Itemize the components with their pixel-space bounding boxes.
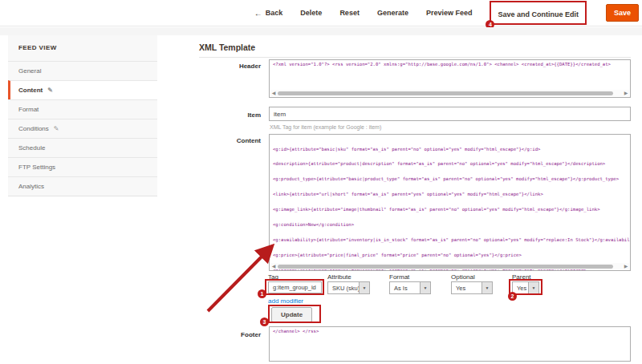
chevron-down-icon[interactable]: ▼: [482, 282, 492, 293]
chevron-down-icon[interactable]: ▼: [359, 282, 369, 293]
feed-view-sidebar: FEED VIEW General Content ✎ Format Condi…: [8, 35, 157, 196]
annotation-step-1: 1: [258, 289, 266, 298]
sidebar-item-label: Format: [18, 106, 39, 113]
attribute-select-value: SKU (sku): [328, 282, 359, 293]
toolbar-divider-strip: [0, 27, 642, 35]
reset-button[interactable]: Reset: [339, 9, 360, 17]
scrollbar-thumb[interactable]: [278, 91, 613, 95]
format-select-value: As Is: [390, 282, 420, 293]
feed-xml-template-page: ← Back Delete Reset Generate Preview Fee…: [0, 0, 642, 364]
parent-column-label: Parent: [512, 273, 531, 281]
scrollbar-track: [277, 91, 623, 95]
content-code-text: <g:id>{attribute="basic|sku" format="as_…: [270, 135, 630, 271]
update-button[interactable]: Update: [271, 307, 312, 322]
sidebar-item-format[interactable]: Format: [8, 99, 157, 119]
scroll-right-icon[interactable]: ▶: [623, 90, 629, 96]
footer-field-label: Footer: [189, 331, 261, 338]
top-toolbar: ← Back Delete Reset Generate Preview Fee…: [0, 0, 642, 26]
sidebar-item-general[interactable]: General: [8, 61, 157, 80]
scrollbar-thumb[interactable]: [278, 265, 613, 269]
item-field-label: Item: [189, 111, 261, 119]
optional-select-value: Yes: [452, 282, 482, 293]
header-code-text: <?xml version="1.0"?> <rss version="2.0"…: [270, 60, 630, 68]
header-horizontal-scrollbar[interactable]: ◀ ▶: [270, 90, 629, 96]
sidebar-item-ftp-settings[interactable]: FTP Settings: [8, 157, 157, 176]
add-modifier-link[interactable]: add modifier: [268, 297, 303, 305]
sidebar-item-conditions[interactable]: Conditions ✎: [8, 119, 157, 138]
format-column-label: Format: [389, 273, 409, 281]
footer-textarea[interactable]: </channel> </rss>: [269, 326, 631, 362]
save-button[interactable]: Save: [606, 4, 639, 22]
sidebar-item-analytics[interactable]: Analytics: [8, 176, 157, 196]
tag-input[interactable]: g:item_group_id: [268, 281, 322, 293]
save-continue-highlight-box: Save and Continue Edit 4: [490, 1, 587, 25]
back-arrow-icon: ←: [254, 9, 262, 18]
delete-button[interactable]: Delete: [300, 9, 322, 17]
footer-code-text: </channel> </rss>: [270, 327, 630, 335]
tag-column-label: Tag: [268, 273, 278, 281]
parent-select[interactable]: Yes ▼: [512, 281, 539, 294]
format-select[interactable]: As Is ▼: [389, 281, 431, 294]
optional-select[interactable]: Yes ▼: [451, 281, 493, 294]
scroll-left-icon[interactable]: ◀: [270, 263, 277, 269]
edit-pencil-icon: ✎: [47, 87, 53, 94]
chevron-down-icon[interactable]: ▼: [528, 282, 538, 293]
attribute-select[interactable]: SKU (sku) ▼: [327, 281, 370, 294]
content-textarea[interactable]: <g:id>{attribute="basic|sku" format="as_…: [269, 134, 631, 271]
sidebar-item-label: Analytics: [18, 183, 44, 190]
content-horizontal-scrollbar[interactable]: ◀ ▶: [270, 263, 629, 269]
header-textarea[interactable]: <?xml version="1.0"?> <rss version="2.0"…: [269, 59, 631, 98]
edit-pencil-icon: ✎: [54, 125, 59, 132]
sidebar-item-label: General: [18, 67, 41, 75]
content-field-label: Content: [189, 137, 261, 144]
scroll-left-icon[interactable]: ◀: [270, 90, 277, 96]
sidebar-item-label: Schedule: [18, 144, 45, 152]
item-input[interactable]: item: [269, 107, 631, 121]
scrollbar-track: [277, 265, 623, 269]
sidebar-item-content[interactable]: Content ✎: [8, 80, 157, 99]
sidebar-item-label: FTP Settings: [18, 164, 55, 171]
header-field-label: Header: [189, 63, 261, 70]
page-title: XML Template: [199, 42, 255, 52]
sidebar-item-label: Content: [18, 87, 43, 94]
annotation-step-2: 2: [508, 292, 517, 301]
sidebar-item-label: Conditions: [18, 125, 49, 132]
attribute-column-label: Attribute: [327, 273, 351, 281]
generate-button[interactable]: Generate: [377, 9, 408, 17]
back-label: Back: [266, 9, 283, 17]
chevron-down-icon[interactable]: ▼: [420, 282, 430, 293]
scroll-right-icon[interactable]: ▶: [623, 263, 629, 269]
preview-feed-button[interactable]: Preview Feed: [426, 9, 473, 17]
annotation-step-3: 3: [260, 317, 269, 326]
item-field-note: XML Tag for item (example for Google : i…: [270, 124, 381, 130]
optional-column-label: Optional: [451, 273, 475, 281]
sidebar-item-schedule[interactable]: Schedule: [8, 138, 157, 157]
parent-select-value: Yes: [513, 282, 528, 293]
back-button[interactable]: ← Back: [254, 9, 283, 18]
sidebar-title: FEED VIEW: [8, 35, 157, 61]
title-divider: [199, 57, 631, 58]
save-and-continue-button[interactable]: Save and Continue Edit: [498, 10, 579, 18]
